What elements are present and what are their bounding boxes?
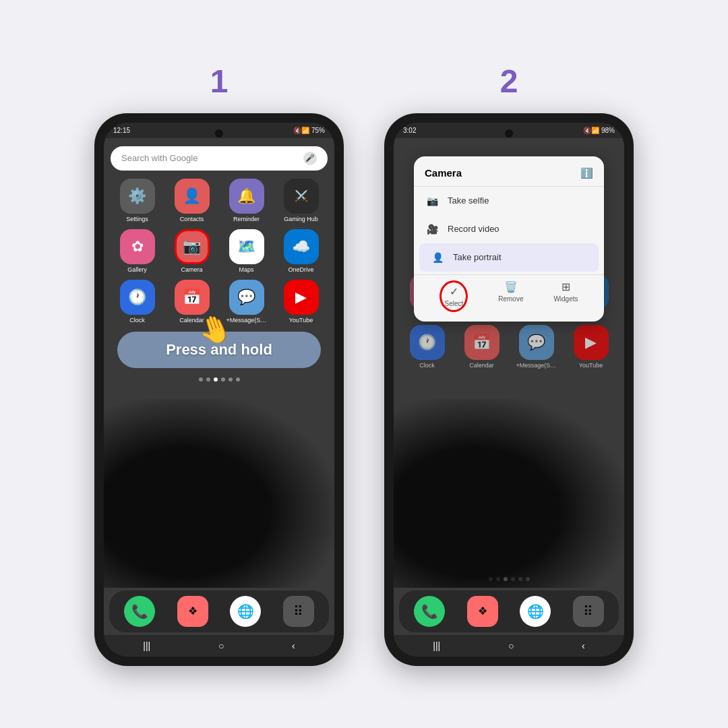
widgets-label: Widgets bbox=[553, 295, 578, 303]
clock-icon-2: 🕐 bbox=[410, 325, 445, 360]
dot-2-6 bbox=[526, 577, 530, 581]
step2-number: 2 bbox=[500, 63, 518, 100]
search-bar-1[interactable]: Search with Google 🎤 bbox=[111, 146, 328, 171]
contacts-icon-1: 👤 bbox=[175, 179, 210, 214]
app-settings-1[interactable]: ⚙️ Settings bbox=[112, 179, 162, 222]
dock-phone-2[interactable]: 📞 bbox=[414, 596, 445, 627]
youtube-label-2: YouTube bbox=[579, 362, 603, 369]
dot-2-5 bbox=[518, 577, 522, 581]
select-label: Select bbox=[444, 300, 463, 307]
app-camera-1[interactable]: 📷 Camera bbox=[166, 229, 217, 273]
dark-overlay-2 bbox=[394, 399, 624, 588]
status-time-1: 12:15 bbox=[113, 127, 130, 134]
app-youtube-1[interactable]: ▶ YouTube bbox=[276, 280, 326, 324]
clock-label-2: Clock bbox=[419, 362, 435, 369]
dot-indicator-1 bbox=[111, 375, 328, 383]
select-icon: ✓ bbox=[450, 285, 458, 298]
dock-chrome-2[interactable]: 🌐 bbox=[520, 596, 551, 627]
search-placeholder-1: Search with Google bbox=[121, 153, 198, 163]
nav-recent-2[interactable]: ||| bbox=[433, 640, 440, 651]
phone2-camera-bump bbox=[505, 129, 513, 138]
settings-label-1: Settings bbox=[126, 216, 148, 222]
dock-apps-1[interactable]: ⠿ bbox=[283, 596, 314, 627]
nav-bar-1: ||| ○ ‹ bbox=[104, 635, 334, 657]
portrait-icon: 👤 bbox=[430, 250, 445, 265]
nav-back-1[interactable]: ‹ bbox=[292, 640, 295, 651]
dock-phone-1[interactable]: 📞 bbox=[124, 596, 155, 627]
widgets-icon: ⊞ bbox=[562, 280, 570, 293]
dot-5 bbox=[229, 377, 233, 382]
app-grid-row2-1: ✿ Gallery 📷 Camera 🗺️ Maps ☁️ OneDrive bbox=[111, 228, 328, 274]
dock-galaxy-1[interactable]: ❖ bbox=[177, 596, 208, 627]
dark-overlay-1 bbox=[104, 399, 334, 588]
app-gaming-1[interactable]: ⚔️ Gaming Hub bbox=[276, 179, 326, 222]
app-gallery-1[interactable]: ✿ Gallery bbox=[112, 229, 162, 273]
dock-1: 📞 ❖ 🌐 ⠿ bbox=[109, 590, 329, 632]
calendar-icon-2: 📅 bbox=[464, 325, 499, 360]
onedrive-icon-1: ☁️ bbox=[284, 229, 319, 264]
youtube-label-1: YouTube bbox=[289, 317, 313, 324]
nav-home-1[interactable]: ○ bbox=[218, 640, 224, 651]
gaming-icon-1: ⚔️ bbox=[284, 179, 319, 214]
context-actions-row: ✓ Select 🗑️ Remove ⊞ Widgets bbox=[414, 274, 604, 315]
phone1-camera-bump bbox=[215, 129, 223, 138]
gaming-label-1: Gaming Hub bbox=[284, 216, 318, 222]
context-portrait[interactable]: 👤 Take portrait bbox=[419, 243, 599, 272]
context-video[interactable]: 🎥 Record video bbox=[414, 215, 604, 243]
app-message-1[interactable]: 💬 +Message(SM... bbox=[221, 280, 272, 324]
maps-label-1: Maps bbox=[239, 266, 253, 273]
app-grid-row3-2: 🕐 Clock 📅 Calendar 💬 +Message(SM... ▶ Yo… bbox=[400, 324, 617, 370]
nav-bar-2: ||| ○ ‹ bbox=[394, 635, 624, 657]
app-contacts-1[interactable]: 👤 Contacts bbox=[166, 179, 217, 222]
context-info-icon: ℹ️ bbox=[580, 167, 593, 179]
gallery-label-1: Gallery bbox=[127, 266, 147, 273]
nav-back-2[interactable]: ‹ bbox=[582, 640, 585, 651]
dock-chrome-1[interactable]: 🌐 bbox=[230, 596, 261, 627]
context-select[interactable]: ✓ Select bbox=[439, 280, 468, 312]
phone2-screen: 3:02 🔇📶 98% Camera ℹ️ 📷 Take selfie 🎥 bbox=[394, 123, 624, 657]
app-clock-1[interactable]: 🕐 Clock bbox=[112, 280, 162, 324]
portrait-label: Take portrait bbox=[453, 252, 502, 262]
remove-icon: 🗑️ bbox=[504, 280, 518, 293]
app-calendar-2[interactable]: 📅 Calendar bbox=[456, 325, 507, 369]
context-menu-title: Camera ℹ️ bbox=[414, 163, 604, 187]
youtube-icon-2: ▶ bbox=[574, 325, 609, 360]
home-content-1: Search with Google 🎤 ⚙️ Settings 👤 Conta… bbox=[104, 138, 334, 588]
app-onedrive-1[interactable]: ☁️ OneDrive bbox=[276, 229, 326, 273]
app-grid-row1-1: ⚙️ Settings 👤 Contacts 🔔 Reminder ⚔️ Gam… bbox=[111, 177, 328, 224]
selfie-icon: 📷 bbox=[425, 193, 439, 208]
gallery-icon-1: ✿ bbox=[120, 229, 155, 264]
context-selfie[interactable]: 📷 Take selfie bbox=[414, 187, 604, 215]
step1-container: 1 12:15 🔇📶 75% Search with Google 🎤 bbox=[94, 63, 344, 666]
nav-recent-1[interactable]: ||| bbox=[143, 640, 150, 651]
video-label: Record video bbox=[448, 224, 499, 234]
phone1: 12:15 🔇📶 75% Search with Google 🎤 ⚙️ bbox=[94, 113, 344, 666]
app-clock-2[interactable]: 🕐 Clock bbox=[402, 325, 452, 369]
dock-2: 📞 ❖ 🌐 ⠿ bbox=[399, 590, 619, 632]
dot-2-4 bbox=[511, 577, 515, 581]
app-maps-1[interactable]: 🗺️ Maps bbox=[221, 229, 272, 273]
context-remove[interactable]: 🗑️ Remove bbox=[498, 280, 523, 312]
context-menu-popup: Camera ℹ️ 📷 Take selfie 🎥 Record video 👤… bbox=[414, 156, 604, 322]
camera-icon-1: 📷 bbox=[175, 229, 210, 264]
context-widgets[interactable]: ⊞ Widgets bbox=[553, 280, 578, 312]
phone1-screen: 12:15 🔇📶 75% Search with Google 🎤 ⚙️ bbox=[104, 123, 334, 657]
maps-icon-1: 🗺️ bbox=[229, 229, 264, 264]
remove-label: Remove bbox=[498, 295, 523, 303]
dot-2 bbox=[206, 377, 210, 382]
app-reminder-1[interactable]: 🔔 Reminder bbox=[221, 179, 272, 222]
youtube-icon-1: ▶ bbox=[284, 280, 319, 315]
app-youtube-2[interactable]: ▶ YouTube bbox=[566, 325, 616, 369]
nav-home-2[interactable]: ○ bbox=[508, 640, 514, 651]
message-icon-1: 💬 bbox=[229, 280, 264, 315]
contacts-label-1: Contacts bbox=[180, 216, 204, 222]
dock-apps-2[interactable]: ⠿ bbox=[573, 596, 604, 627]
message-icon-2: 💬 bbox=[519, 325, 554, 360]
dock-galaxy-2[interactable]: ❖ bbox=[467, 596, 498, 627]
clock-label-1: Clock bbox=[129, 317, 145, 324]
dot-indicator-2 bbox=[400, 574, 617, 582]
calendar-label-2: Calendar bbox=[469, 362, 494, 369]
message-label-2: +Message(SM... bbox=[516, 362, 557, 369]
app-message-2[interactable]: 💬 +Message(SM... bbox=[511, 325, 562, 369]
context-camera-label: Camera bbox=[425, 167, 462, 179]
